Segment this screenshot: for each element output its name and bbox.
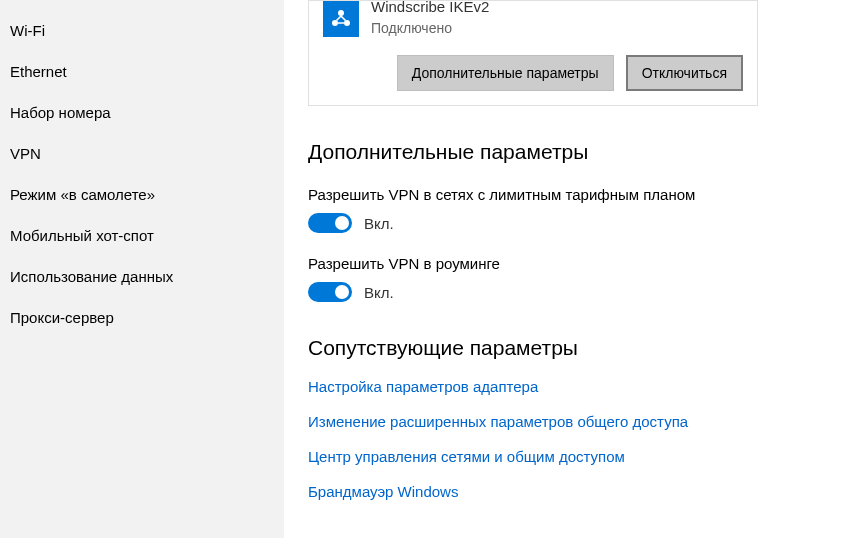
sidebar-item-label: Режим «в самолете» xyxy=(10,186,155,203)
sidebar-item-label: Прокси-сервер xyxy=(10,309,114,326)
disconnect-button[interactable]: Отключиться xyxy=(626,55,743,91)
sidebar-item-ethernet[interactable]: Ethernet xyxy=(0,51,284,92)
link-advanced-sharing[interactable]: Изменение расширенных параметров общего … xyxy=(308,413,846,430)
toggle-vpn-roaming[interactable] xyxy=(308,282,352,302)
vpn-connection-status: Подключено xyxy=(371,20,489,37)
sidebar-item-proxy[interactable]: Прокси-сервер xyxy=(0,297,284,338)
setting-label: Разрешить VPN в роуминге xyxy=(308,255,846,272)
vpn-connection-card: Windscribe IKEv2 Подключено Дополнительн… xyxy=(308,0,758,106)
sidebar-item-label: Мобильный хот-спот xyxy=(10,227,154,244)
link-network-sharing-center[interactable]: Центр управления сетями и общим доступом xyxy=(308,448,846,465)
vpn-connection-name: Windscribe IKEv2 xyxy=(371,0,489,16)
setting-vpn-metered: Разрешить VPN в сетях с лимитным тарифны… xyxy=(308,186,846,233)
sidebar-item-hotspot[interactable]: Мобильный хот-спот xyxy=(0,215,284,256)
vpn-icon xyxy=(323,1,359,37)
sidebar-item-label: Ethernet xyxy=(10,63,67,80)
toggle-state-label: Вкл. xyxy=(364,215,394,232)
link-windows-firewall[interactable]: Брандмауэр Windows xyxy=(308,483,846,500)
section-heading-related: Сопутствующие параметры xyxy=(308,336,846,360)
svg-point-0 xyxy=(338,10,344,16)
toggle-vpn-metered[interactable] xyxy=(308,213,352,233)
sidebar-item-dialup[interactable]: Набор номера xyxy=(0,92,284,133)
section-heading-advanced: Дополнительные параметры xyxy=(308,140,846,164)
setting-label: Разрешить VPN в сетях с лимитным тарифны… xyxy=(308,186,846,203)
sidebar-item-label: VPN xyxy=(10,145,41,162)
main-panel: Windscribe IKEv2 Подключено Дополнительн… xyxy=(284,0,846,538)
toggle-state-label: Вкл. xyxy=(364,284,394,301)
settings-sidebar: Wi-Fi Ethernet Набор номера VPN Режим «в… xyxy=(0,0,284,538)
related-links: Настройка параметров адаптера Изменение … xyxy=(308,378,846,500)
setting-vpn-roaming: Разрешить VPN в роуминге Вкл. xyxy=(308,255,846,302)
sidebar-item-label: Набор номера xyxy=(10,104,111,121)
sidebar-item-label: Использование данных xyxy=(10,268,173,285)
sidebar-item-wifi[interactable]: Wi-Fi xyxy=(0,10,284,51)
sidebar-item-vpn[interactable]: VPN xyxy=(0,133,284,174)
sidebar-item-data-usage[interactable]: Использование данных xyxy=(0,256,284,297)
link-adapter-settings[interactable]: Настройка параметров адаптера xyxy=(308,378,846,395)
sidebar-item-label: Wi-Fi xyxy=(10,22,45,39)
sidebar-item-airplane[interactable]: Режим «в самолете» xyxy=(0,174,284,215)
advanced-options-button[interactable]: Дополнительные параметры xyxy=(397,55,614,91)
